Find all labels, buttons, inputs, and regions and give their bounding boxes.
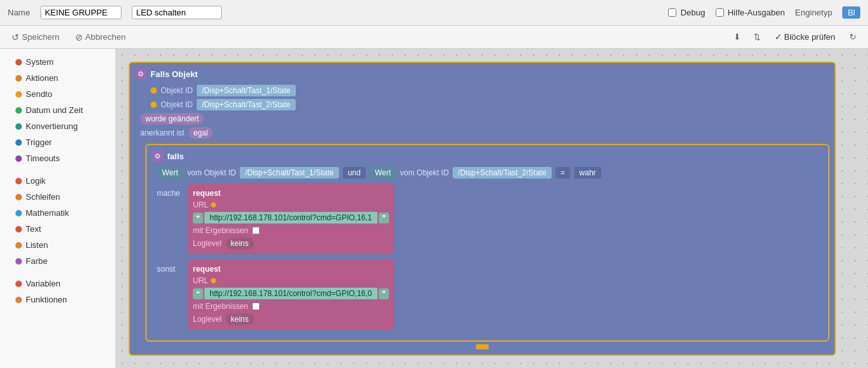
hilfe-group: Hilfe-Ausgaben (716, 8, 785, 17)
wert-pill-1[interactable]: Wert (157, 167, 183, 179)
objekt-id-value-2[interactable]: /Disp+Schalt/Tast_2/State (197, 99, 296, 110)
sidebar-item-farbe[interactable]: Farbe (0, 253, 115, 269)
objekt-cond-1[interactable]: /Disp+Schalt/Tast_1/State (240, 167, 339, 179)
mit-checkbox-1[interactable] (252, 227, 260, 234)
falls-objekt-header: ⚙ Falls Objekt (135, 68, 829, 80)
mit-label-1: mit Ergebnissen (193, 226, 248, 235)
logik-dot (15, 178, 22, 184)
debug-checkbox[interactable] (668, 8, 676, 17)
sidebar-label-listen: Listen (26, 240, 48, 250)
sidebar-label-timeouts: Timeouts (26, 153, 60, 163)
block-container: ⚙ Falls Objekt Objekt ID /Disp+Schalt/Ta… (129, 62, 836, 356)
sidebar-item-variablen[interactable]: Variablen (0, 276, 115, 292)
falls-objekt-block[interactable]: ⚙ Falls Objekt Objekt ID /Disp+Schalt/Ta… (129, 62, 836, 356)
url-value-container-1: ❝ http://192.168.178.101/control?cmd=GPI… (193, 212, 389, 223)
datum-dot (15, 107, 22, 114)
action-bar-right: ⬇ ⇅ ✓ Blöcke prüfen ↻ (730, 31, 861, 43)
condition-row: Wert vom Objekt ID /Disp+Schalt/Tast_1/S… (157, 167, 823, 179)
listen-dot (15, 242, 22, 249)
sidebar-label-trigger: Trigger (26, 137, 52, 147)
request-block-2[interactable]: request URL ❝ http://192.168.178.101/con… (188, 259, 394, 330)
sidebar-item-datum[interactable]: Datum und Zeit (0, 102, 115, 118)
main-layout: System Aktionen Sendto Datum und Zeit Ko… (0, 49, 868, 368)
system-dot (15, 59, 22, 66)
sidebar-item-listen[interactable]: Listen (0, 237, 115, 253)
anerkannt-dropdown[interactable]: egal (188, 127, 213, 139)
sidebar-item-schleifen[interactable]: Schleifen (0, 189, 115, 205)
wert-pill-2[interactable]: Wert (370, 167, 396, 179)
check-blocks-button[interactable]: ✓ Blöcke prüfen (770, 31, 841, 43)
sidebar-label-datum: Datum und Zeit (26, 105, 83, 115)
sidebar-item-sendto[interactable]: Sendto (0, 86, 115, 102)
hilfe-checkbox[interactable] (716, 8, 724, 17)
vom-label-1: vom Objekt ID (187, 168, 236, 177)
group-select[interactable]: KEINE GRUPPE (41, 6, 122, 19)
mathematik-dot (15, 210, 22, 216)
aktionen-dot (15, 75, 22, 82)
sidebar-item-funktionen[interactable]: Funktionen (0, 292, 115, 308)
url-close-quote-1: ❞ (379, 213, 389, 223)
falls-inner-title: falls (167, 152, 184, 161)
schleifen-dot (15, 194, 22, 200)
equals-pill[interactable]: = (556, 167, 570, 179)
refresh-button[interactable]: ↻ (845, 31, 860, 43)
sidebar-label-system: System (26, 57, 53, 67)
sidebar-item-trigger[interactable]: Trigger (0, 134, 115, 150)
sidebar-item-timeouts[interactable]: Timeouts (0, 150, 115, 166)
sidebar-divider-1 (0, 166, 115, 173)
farbe-dot (15, 258, 22, 265)
sidebar-label-variablen: Variablen (26, 279, 60, 288)
action-bar: ↺ Speichern ⊘ Abbrechen ⬇ ⇅ ✓ Blöcke prü… (0, 26, 868, 49)
falls-inner-block[interactable]: ⚙ falls Wert vom Objekt ID /Disp+Schalt/… (145, 144, 829, 342)
title-input[interactable] (132, 6, 222, 19)
keins-pill-2[interactable]: keins (226, 313, 254, 325)
top-bar: Name KEINE GRUPPE Debug Hilfe-Ausgaben E… (0, 0, 868, 26)
trigger-dot (15, 139, 22, 146)
canvas[interactable]: ⚙ Falls Objekt Objekt ID /Disp+Schalt/Ta… (116, 49, 868, 368)
mit-checkbox-2[interactable] (252, 302, 260, 310)
keins-pill-1[interactable]: keins (226, 238, 254, 249)
save-button[interactable]: ↺ Speichern (8, 31, 64, 44)
refresh-icon: ↻ (849, 32, 856, 42)
name-label: Name (8, 8, 30, 17)
download-icon: ⬇ (734, 32, 741, 42)
mache-label: mache (157, 184, 183, 198)
sidebar-item-text[interactable]: Text (0, 221, 115, 237)
anerkannt-row: anerkannt ist egal (140, 127, 829, 139)
und-pill[interactable]: und (343, 167, 366, 179)
objekt-id-row-2: Objekt ID /Disp+Schalt/Tast_2/State (150, 99, 829, 110)
konvert-dot (15, 123, 22, 130)
mit-row-1: mit Ergebnissen (193, 226, 389, 235)
sidebar-item-aktionen[interactable]: Aktionen (0, 70, 115, 86)
sidebar-label-konvertierung: Konvertierung (26, 121, 78, 131)
sidebar-item-logik[interactable]: Logik (0, 173, 115, 189)
objekt-cond-2[interactable]: /Disp+Schalt/Tast_2/State (453, 167, 552, 179)
anerkannt-label: anerkannt ist (140, 128, 185, 137)
url-value-container-2: ❝ http://192.168.178.101/control?cmd=GPI… (193, 288, 389, 299)
upload-button[interactable]: ⇅ (750, 31, 764, 43)
objekt-id-row-1: Objekt ID /Disp+Schalt/Tast_1/State (150, 85, 829, 96)
loglevel-row-1: Loglevel keins (193, 238, 389, 249)
timeouts-dot (15, 155, 22, 162)
request-block-1[interactable]: request URL ❝ http://192.168.178.101/con… (188, 184, 394, 254)
cancel-icon: ⊘ (75, 32, 83, 42)
wahr-pill[interactable]: wahr (574, 167, 601, 179)
wurde-dropdown[interactable]: wurde geändert (140, 113, 204, 125)
falls-objekt-title: Falls Objekt (150, 69, 198, 79)
loglevel-row-2: Loglevel keins (193, 313, 389, 325)
cancel-button[interactable]: ⊘ Abbrechen (71, 31, 130, 44)
sidebar-item-system[interactable]: System (0, 54, 115, 70)
download-button[interactable]: ⬇ (730, 31, 745, 43)
falls-objekt-gear-icon[interactable]: ⚙ (135, 68, 147, 80)
sidebar-label-mathematik: Mathematik (26, 208, 69, 218)
sidebar-label-funktionen: Funktionen (26, 295, 67, 304)
sidebar-divider-2 (0, 269, 115, 276)
sidebar-item-mathematik[interactable]: Mathematik (0, 205, 115, 221)
url-close-quote-2: ❞ (379, 288, 389, 299)
url-connector-2 (211, 278, 216, 283)
sidebar-item-konvertierung[interactable]: Konvertierung (0, 118, 115, 134)
falls-inner-gear-icon[interactable]: ⚙ (152, 150, 163, 162)
request-title-1: request (193, 189, 389, 198)
objekt-id-value-1[interactable]: /Disp+Schalt/Tast_1/State (197, 85, 296, 96)
mit-row-2: mit Ergebnissen (193, 302, 389, 311)
